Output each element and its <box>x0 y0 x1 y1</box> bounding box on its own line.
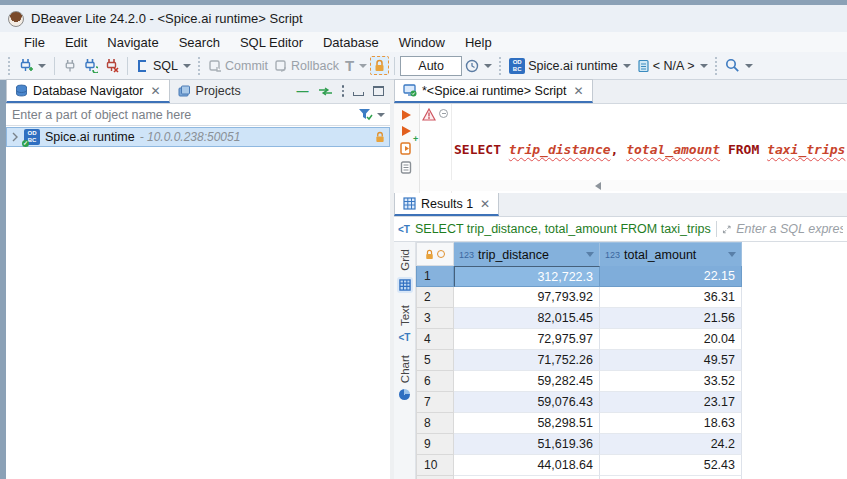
cell-trip_distance[interactable]: 44,018.64 <box>454 455 600 476</box>
sql-editor[interactable]: + SELECT trip_distance, total_amount FRO… <box>394 104 847 193</box>
menu-search[interactable]: Search <box>169 33 230 52</box>
rollback-button[interactable]: Rollback <box>271 57 342 75</box>
cell-total_amount[interactable]: 49.57 <box>600 350 742 371</box>
text-presentation-icon[interactable]: <T <box>399 332 411 343</box>
link-with-editor-icon[interactable] <box>318 87 333 96</box>
row-number[interactable]: 7 <box>416 392 454 413</box>
chevron-down-icon[interactable] <box>377 113 385 117</box>
chevron-down-icon[interactable] <box>745 64 753 68</box>
cell-total_amount[interactable]: 33.52 <box>600 371 742 392</box>
cell-trip_distance[interactable]: 51,619.36 <box>454 434 600 455</box>
transaction-log-button[interactable]: T <box>342 55 370 76</box>
cell-total_amount[interactable]: 20.04 <box>600 329 742 350</box>
execute-script-icon[interactable] <box>400 142 413 155</box>
row-number[interactable]: 2 <box>416 287 454 308</box>
connection-tree-item[interactable]: ODBC✓ Spice.ai runtime - 10.0.0.238:5005… <box>6 127 390 147</box>
commit-mode-combo[interactable]: Auto <box>400 56 462 76</box>
row-number[interactable]: 10 <box>416 455 454 476</box>
cell-trip_distance[interactable]: 59,282.45 <box>454 371 600 392</box>
row-number[interactable]: 1 <box>416 266 454 287</box>
menu-sql-editor[interactable]: SQL Editor <box>230 33 313 52</box>
cell-total_amount[interactable]: 21.56 <box>600 308 742 329</box>
active-connection-selector[interactable]: ODBC Spice.ai runtime <box>506 56 634 76</box>
chevron-down-icon[interactable] <box>700 64 708 68</box>
search-button[interactable] <box>722 56 756 75</box>
disconnect-button[interactable] <box>101 56 122 75</box>
grid-presentation-icon[interactable] <box>397 277 413 293</box>
connect-button[interactable] <box>60 57 80 75</box>
table-row[interactable]: 858,298.5118.63 <box>416 413 742 434</box>
table-row[interactable]: 1312,722.322.15 <box>416 266 742 287</box>
commit-button[interactable]: Commit <box>205 57 271 75</box>
tab-results-1[interactable]: Results 1 ✕ <box>394 192 499 216</box>
cell-trip_distance[interactable]: 72,975.97 <box>454 329 600 350</box>
cell-total_amount[interactable]: 18.63 <box>600 413 742 434</box>
title-bar[interactable]: DBeaver Lite 24.2.0 - <Spice.ai runtime>… <box>0 5 847 32</box>
maximize-icon[interactable] <box>373 86 384 96</box>
sql-editor-button[interactable]: SQL <box>133 57 194 75</box>
cell-total_amount[interactable]: 24.2 <box>600 434 742 455</box>
table-row[interactable]: 571,752.2649.57 <box>416 350 742 371</box>
expand-chevron-icon[interactable] <box>11 132 19 142</box>
horizontal-scrollbar[interactable] <box>420 180 847 191</box>
active-schema-selector[interactable]: < N/A > <box>634 57 711 75</box>
menu-file[interactable]: File <box>14 33 55 52</box>
menu-help[interactable]: Help <box>455 33 502 52</box>
cell-total_amount[interactable]: 36.31 <box>600 287 742 308</box>
view-menu-icon[interactable] <box>342 85 345 97</box>
chevron-down-icon[interactable] <box>38 64 46 68</box>
side-tab-text-label[interactable]: Text <box>399 305 411 326</box>
cell-trip_distance[interactable]: 58,298.51 <box>454 413 600 434</box>
row-number[interactable]: 6 <box>416 371 454 392</box>
cell-total_amount[interactable]: 52.43 <box>600 455 742 476</box>
side-tab-chart-label[interactable]: Chart <box>399 355 411 383</box>
collapse-all-icon[interactable]: — <box>297 84 309 98</box>
menu-edit[interactable]: Edit <box>55 33 97 52</box>
fold-collapse-icon[interactable] <box>439 109 448 118</box>
reconnect-button[interactable] <box>80 56 101 75</box>
execute-new-tab-icon[interactable]: + <box>402 126 411 136</box>
menu-database[interactable]: Database <box>313 33 389 52</box>
cell-trip_distance[interactable]: 97,793.92 <box>454 287 600 308</box>
tab-sql-script[interactable]: *<Spice.ai runtime> Script ✕ <box>394 79 593 103</box>
row-number[interactable]: 3 <box>416 308 454 329</box>
minimize-icon[interactable] <box>353 92 364 96</box>
row-number[interactable]: 5 <box>416 350 454 371</box>
tab-projects[interactable]: Projects <box>170 79 249 103</box>
execute-statement-icon[interactable] <box>402 110 411 120</box>
autocommit-toggle-button[interactable] <box>370 56 389 75</box>
filter-funnel-icon[interactable] <box>358 108 373 121</box>
sort-indicator-icon[interactable] <box>728 252 736 257</box>
transaction-history-button[interactable] <box>462 57 495 75</box>
expand-panel-icon[interactable] <box>722 223 731 236</box>
chart-presentation-icon[interactable] <box>399 389 410 400</box>
cell-total_amount[interactable]: 23.17 <box>600 392 742 413</box>
scroll-left-icon[interactable] <box>595 182 601 190</box>
close-icon[interactable]: ✕ <box>148 84 160 98</box>
table-row[interactable]: 382,015.4521.56 <box>416 308 742 329</box>
close-icon[interactable]: ✕ <box>572 84 584 98</box>
table-row[interactable]: 759,076.4323.17 <box>416 392 742 413</box>
cell-trip_distance[interactable]: 82,015.45 <box>454 308 600 329</box>
table-row[interactable]: 1044,018.6452.43 <box>416 455 742 476</box>
side-tab-grid-label[interactable]: Grid <box>399 249 411 271</box>
chevron-down-icon[interactable] <box>623 64 631 68</box>
row-number[interactable]: 8 <box>416 413 454 434</box>
grid-corner-cell[interactable] <box>416 242 454 266</box>
column-header-total-amount[interactable]: 123 total_amount <box>600 242 742 266</box>
menu-navigate[interactable]: Navigate <box>97 33 168 52</box>
result-grid[interactable]: 123 trip_distance 123 total_amount 1312,… <box>416 242 742 479</box>
menu-window[interactable]: Window <box>389 33 455 52</box>
chevron-down-icon[interactable] <box>183 64 191 68</box>
script-icon[interactable] <box>400 161 413 174</box>
chevron-down-icon[interactable] <box>484 64 492 68</box>
tab-database-navigator[interactable]: Database Navigator ✕ <box>6 79 170 103</box>
row-number[interactable]: 9 <box>416 434 454 455</box>
row-number[interactable]: 4 <box>416 329 454 350</box>
new-connection-button[interactable] <box>15 56 49 75</box>
chevron-down-icon[interactable] <box>359 64 367 68</box>
cell-trip_distance[interactable]: 71,752.26 <box>454 350 600 371</box>
table-row[interactable]: 951,619.3624.2 <box>416 434 742 455</box>
object-filter-input[interactable] <box>6 106 358 124</box>
column-header-trip-distance[interactable]: 123 trip_distance <box>454 242 600 266</box>
